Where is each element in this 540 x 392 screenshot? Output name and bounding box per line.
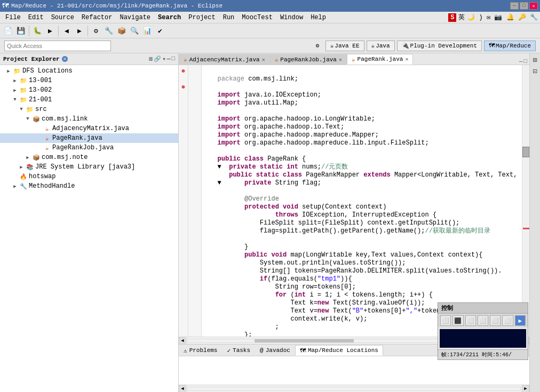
tree-item-pagerank[interactable]: ▶ ☕ PageRank.java [0, 133, 178, 143]
control-btn-4[interactable]: ⬜ [478, 315, 488, 326]
collapse-all-icon[interactable]: ⊞ [149, 55, 153, 62]
toolbar-sep-3 [88, 26, 88, 36]
bottom-content [179, 356, 529, 385]
tab-problems[interactable]: ⚠ Problems [179, 345, 222, 356]
toolbar-new[interactable]: 📄 [2, 25, 14, 37]
code-line-20: flag=split.getPath().getParent().getName… [206, 227, 490, 235]
menu-navigate[interactable]: Navigate [116, 13, 154, 22]
close-button[interactable]: ✕ [529, 2, 538, 10]
tab-tasks[interactable]: ✓ Tasks [222, 345, 255, 356]
code-line-1: package com.msj.link; [206, 75, 298, 83]
menu-run[interactable]: Run [220, 13, 238, 22]
maximize-button[interactable]: □ [520, 2, 528, 10]
tab-pagerank-job-icon: ☕ [275, 56, 279, 63]
perspective-plugin[interactable]: 🔌 Plug-in Development [397, 41, 482, 51]
src-label: src [35, 106, 47, 113]
code-line-22: } [206, 243, 248, 251]
tree-item-13002[interactable]: ▶ 📁 13-002 [0, 85, 178, 95]
code-line-30: Text v=new Text("B"+tokens[0]+","+tokens… [206, 307, 464, 315]
editor-min-icon[interactable]: — [519, 58, 523, 65]
control-btn-5[interactable]: ⬜ [490, 315, 501, 326]
toolbar-run[interactable]: ▶ [44, 25, 56, 37]
com-msj-link-arrow: ▼ [25, 116, 31, 122]
menu-search[interactable]: Search [155, 13, 184, 22]
pagerank-job-icon: ☕ [43, 143, 51, 152]
right-icon-1[interactable]: ⊞ [533, 55, 537, 65]
perspective-java-ee[interactable]: ☕ Java EE [325, 41, 364, 51]
toolbar-fwd[interactable]: ▶ [74, 25, 85, 37]
right-icon-2[interactable]: ⊡ [533, 67, 537, 76]
menu-file[interactable]: File [2, 13, 24, 22]
tree-item-com-msj-note[interactable]: ▶ 📦 com.msj.note [0, 153, 178, 162]
search-bar: ⚙ ☕ Java EE ☕ Java 🔌 Plug-in Development… [0, 38, 540, 53]
plugin-label: Plug-in Development [410, 43, 477, 49]
13002-label: 13-002 [29, 86, 52, 94]
menu-source[interactable]: Source [48, 13, 77, 22]
tab-pagerank-job-close[interactable]: ✕ [339, 57, 342, 63]
sidebar-maximize-icon[interactable]: □ [171, 55, 175, 62]
quick-access-input[interactable] [4, 41, 111, 51]
minimize-button[interactable]: — [510, 2, 519, 10]
tree-item-com-msj-link[interactable]: ▼ 📦 com.msj.link [0, 114, 178, 124]
toolbar-extra2[interactable]: 🔧 [103, 25, 115, 37]
tab-adjacency-matrix[interactable]: ☕ AdjacencyMatrix.java ✕ [179, 54, 270, 65]
control-btn-3[interactable]: ⬜ [465, 315, 476, 326]
toolbar-save[interactable]: 💾 [15, 25, 27, 37]
code-editor[interactable]: package com.msj.link; import java.io.IOE… [202, 65, 522, 337]
menu-help[interactable]: Help [307, 13, 329, 22]
sidebar-minimize-icon[interactable]: — [167, 55, 171, 62]
tab-pagerank-close[interactable]: ✕ [405, 56, 408, 62]
perspective-java[interactable]: ☕ Java [367, 41, 395, 51]
menu-window[interactable]: Window [277, 13, 306, 22]
tasks-icon: ✓ [227, 347, 231, 354]
tree-item-adjacency[interactable]: ▶ ☕ AdjacencyMatrix.java [0, 124, 178, 133]
tree-item-21001[interactable]: ▼ 📁 21-001 [0, 95, 178, 105]
tab-adjacency-close[interactable]: ✕ [262, 57, 265, 63]
toolbar-extra4[interactable]: 🔍 [129, 25, 140, 37]
editor-scrollbar[interactable] [522, 65, 529, 337]
code-line-8: import org.apache.hadoop.mapreduce.Mappe… [206, 131, 379, 139]
code-line-16: @Override [206, 195, 279, 203]
tree-item-13001[interactable]: ▶ 📁 13-001 [0, 76, 178, 85]
menu-refactor[interactable]: Refactor [78, 13, 116, 22]
tab-javadoc[interactable]: @ Javadoc [255, 345, 295, 356]
13002-arrow: ▶ [12, 87, 18, 93]
tree-item-pagerank-job[interactable]: ▶ ☕ PageRankJob.java [0, 143, 178, 153]
toolbar-back[interactable]: ◀ [61, 25, 73, 37]
tree-item-dfs[interactable]: ▶ 📁 DFS Locations [0, 66, 178, 76]
toolbar-extra3[interactable]: 📦 [116, 25, 128, 37]
bottom-scrollbar[interactable]: ◀ ▶ [179, 385, 529, 392]
toolbar-extra1[interactable]: ⚙ [90, 25, 102, 37]
control-btn-1[interactable]: ⬜ [440, 315, 451, 326]
code-line-24: System.out.println(values.toString()); [206, 259, 406, 267]
tab-mapreduce-locations[interactable]: 🗺 Map/Reduce Locations [295, 345, 383, 356]
sidebar-menu-icon[interactable]: ▾ [162, 55, 166, 62]
hotswap-icon: 🔥 [19, 172, 28, 181]
code-line-17: protected void setup(Context context) [206, 203, 386, 211]
tree-item-method-handle[interactable]: ▶ 🔧 MethodHandle [0, 181, 178, 191]
toolbar-extra6[interactable]: ✔ [154, 25, 166, 37]
dfs-arrow: ▶ [5, 68, 12, 74]
tree-item-jre[interactable]: ▶ 📚 JRE System Library [java3] [0, 162, 178, 172]
tree-item-hotswap[interactable]: ▶ 🔥 hotswap [0, 172, 178, 181]
project-explorer: Project Explorer ✕ ⊞ 🔗 ▾ — □ ▶ 📁 DFS Loc… [0, 53, 179, 392]
editor-max-icon[interactable]: □ [523, 58, 527, 65]
code-line-14: ▼ private String flag; [206, 179, 321, 187]
control-btn-6[interactable]: ⬜ [502, 315, 513, 326]
perspective-settings[interactable]: ⚙ [312, 40, 323, 52]
menu-mooctest[interactable]: MoocTest [239, 13, 276, 22]
toolbar-debug[interactable]: 🐛 [31, 25, 43, 37]
control-btn-2[interactable]: ⬛ [452, 315, 463, 326]
sidebar-title: Project Explorer [3, 56, 60, 62]
menu-project[interactable]: Project [185, 13, 218, 22]
code-line-27: String row=tokens[0]; [206, 283, 356, 291]
tree-item-src[interactable]: ▼ 📁 src [0, 105, 178, 114]
link-editor-icon[interactable]: 🔗 [154, 55, 161, 62]
control-btn-cursor[interactable]: ▶ [515, 315, 526, 326]
tab-pagerank-job[interactable]: ☕ PageRankJob.java ✕ [270, 54, 347, 65]
perspective-mapreduce[interactable]: 🗺 Map/Reduce [484, 41, 536, 51]
toolbar-extra5[interactable]: 📊 [141, 25, 153, 37]
menu-edit[interactable]: Edit [25, 13, 47, 22]
tab-pagerank[interactable]: ☕ PageRank.java ✕ [347, 54, 413, 65]
code-line-9: import org.apache.hadoop.mapreduce.lib.i… [206, 139, 429, 147]
